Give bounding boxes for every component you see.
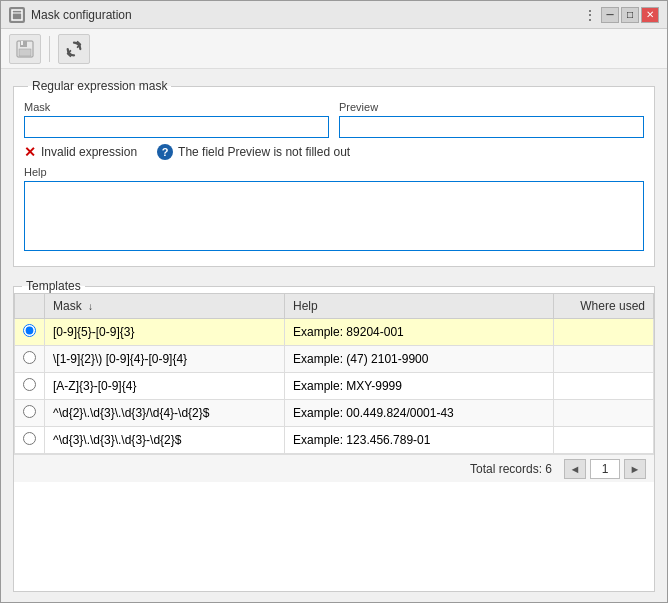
error-item: ✕ Invalid expression — [24, 144, 137, 160]
toolbar-divider — [49, 36, 50, 62]
help-cell: Example: 89204-001 — [285, 319, 554, 346]
help-cell: Example: 123.456.789-01 — [285, 427, 554, 454]
title-bar: Mask configuration ⋮ ─ □ ✕ — [1, 1, 667, 29]
info-icon: ? — [157, 144, 173, 160]
window-icon — [9, 7, 25, 23]
save-button[interactable] — [9, 34, 41, 64]
mask-input[interactable] — [24, 116, 329, 138]
svg-rect-5 — [19, 49, 31, 56]
help-label: Help — [24, 166, 644, 178]
close-button[interactable]: ✕ — [641, 7, 659, 23]
toolbar — [1, 29, 667, 69]
error-text: Invalid expression — [41, 145, 137, 159]
info-text: The field Preview is not filled out — [178, 145, 350, 159]
template-radio[interactable] — [23, 351, 36, 364]
preview-group: Preview — [339, 101, 644, 138]
table-row: ^\d{3}\.\d{3}\.\d{3}-\d{2}$Example: 123.… — [15, 427, 654, 454]
mask-cell: ^\d{3}\.\d{3}\.\d{3}-\d{2}$ — [45, 427, 285, 454]
template-radio[interactable] — [23, 405, 36, 418]
help-cell: Example: MXY-9999 — [285, 373, 554, 400]
svg-rect-0 — [12, 10, 22, 20]
where-used-cell — [554, 346, 654, 373]
mask-cell: [0-9]{5}-[0-9]{3} — [45, 319, 285, 346]
svg-rect-4 — [21, 41, 23, 45]
table-header: Mask ↓ Help Where used — [15, 294, 654, 319]
sort-arrow: ↓ — [88, 301, 93, 312]
mask-col-label: Mask — [53, 299, 85, 313]
templates-legend: Templates — [22, 279, 85, 293]
template-radio[interactable] — [23, 324, 36, 337]
where-used-cell — [554, 319, 654, 346]
refresh-icon — [65, 40, 83, 58]
title-bar-left: Mask configuration — [9, 7, 132, 23]
mask-cell: ^\d{2}\.\d{3}\.\d{3}/\d{4}-\d{2}$ — [45, 400, 285, 427]
main-content: Regular expression mask Mask Preview ✕ I… — [1, 69, 667, 602]
col-help: Help — [285, 294, 554, 319]
minimize-button[interactable]: ─ — [601, 7, 619, 23]
table-row: ^\d{2}\.\d{3}\.\d{3}/\d{4}-\d{2}$Example… — [15, 400, 654, 427]
main-window: Mask configuration ⋮ ─ □ ✕ — [0, 0, 668, 603]
save-icon — [16, 40, 34, 58]
radio-cell — [15, 319, 45, 346]
template-radio[interactable] — [23, 378, 36, 391]
menu-button[interactable]: ⋮ — [581, 7, 599, 23]
mask-cell: [A-Z]{3}-[0-9]{4} — [45, 373, 285, 400]
table-row: [0-9]{5}-[0-9]{3}Example: 89204-001 — [15, 319, 654, 346]
window-title: Mask configuration — [31, 8, 132, 22]
next-page-button[interactable]: ► — [624, 459, 646, 479]
mask-preview-row: Mask Preview — [24, 101, 644, 138]
radio-cell — [15, 400, 45, 427]
where-used-cell — [554, 373, 654, 400]
pagination-bar: Total records: 6 ◄ 1 ► — [14, 454, 654, 482]
refresh-button[interactable] — [58, 34, 90, 64]
where-used-cell — [554, 427, 654, 454]
col-where-used: Where used — [554, 294, 654, 319]
regular-expression-fieldset: Regular expression mask Mask Preview ✕ I… — [13, 79, 655, 267]
mask-group: Mask — [24, 101, 329, 138]
help-textarea[interactable] — [24, 181, 644, 251]
radio-cell — [15, 427, 45, 454]
title-bar-controls: ⋮ ─ □ ✕ — [581, 7, 659, 23]
info-item: ? The field Preview is not filled out — [157, 144, 350, 160]
mask-cell: \[1-9]{2}\) [0-9]{4}-[0-9]{4} — [45, 346, 285, 373]
preview-label: Preview — [339, 101, 644, 113]
help-cell: Example: 00.449.824/0001-43 — [285, 400, 554, 427]
preview-input[interactable] — [339, 116, 644, 138]
templates-table: Mask ↓ Help Where used [0-9]{5}-[0-9]{3}… — [14, 293, 654, 454]
table-row: \[1-9]{2}\) [0-9]{4}-[0-9]{4}Example: (4… — [15, 346, 654, 373]
total-records: Total records: 6 — [470, 462, 552, 476]
radio-cell — [15, 346, 45, 373]
col-mask[interactable]: Mask ↓ — [45, 294, 285, 319]
regular-expression-legend: Regular expression mask — [28, 79, 171, 93]
radio-cell — [15, 373, 45, 400]
validation-row: ✕ Invalid expression ? The field Preview… — [24, 144, 644, 160]
templates-table-container: Mask ↓ Help Where used [0-9]{5}-[0-9]{3}… — [14, 293, 654, 454]
templates-fieldset: Templates Mask ↓ Help Where used — [13, 279, 655, 592]
error-icon: ✕ — [24, 144, 36, 160]
table-row: [A-Z]{3}-[0-9]{4}Example: MXY-9999 — [15, 373, 654, 400]
prev-page-button[interactable]: ◄ — [564, 459, 586, 479]
mask-label: Mask — [24, 101, 329, 113]
template-radio[interactable] — [23, 432, 36, 445]
where-used-cell — [554, 400, 654, 427]
help-cell: Example: (47) 2101-9900 — [285, 346, 554, 373]
restore-button[interactable]: □ — [621, 7, 639, 23]
table-body: [0-9]{5}-[0-9]{3}Example: 89204-001\[1-9… — [15, 319, 654, 454]
page-number: 1 — [590, 459, 620, 479]
col-radio — [15, 294, 45, 319]
